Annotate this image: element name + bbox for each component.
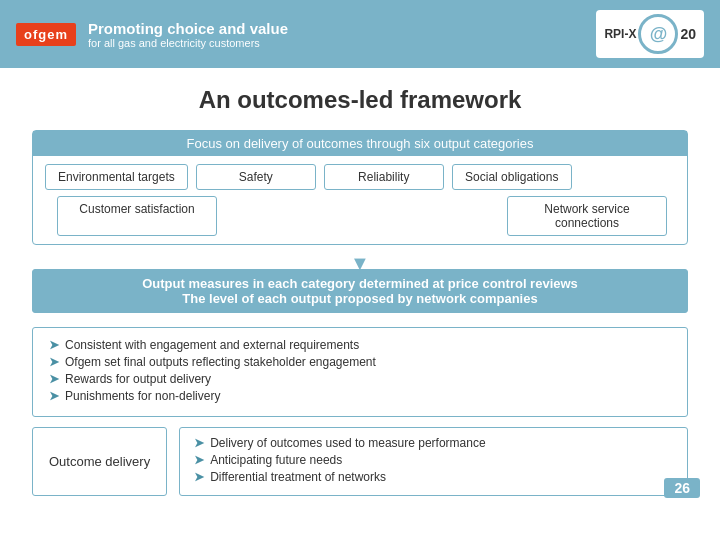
rpi-number: 20 [680, 26, 696, 42]
bullet-4: ➤ Punishments for non-delivery [49, 389, 671, 403]
bullet-2: ➤ Ofgem set final outputs reflecting sta… [49, 355, 671, 369]
bullet-3: ➤ Rewards for output delivery [49, 372, 671, 386]
focus-box: Focus on delivery of outcomes through si… [32, 130, 688, 245]
focus-categories: Environmental targets Safety Reliability… [33, 156, 687, 244]
categories-row-2: Customer satisfaction Network servicecon… [45, 196, 675, 236]
outcome-arrow-3: ➤ [194, 470, 204, 484]
category-reliability: Reliability [324, 164, 444, 190]
header-text: Promoting choice and value for all gas a… [88, 20, 288, 49]
bullet-text-1: Consistent with engagement and external … [65, 338, 359, 352]
ofgem-logo: ofgem [16, 23, 76, 46]
bullet-text-3: Rewards for output delivery [65, 372, 211, 386]
outcome-arrow-1: ➤ [194, 436, 204, 450]
page-title: An outcomes-led framework [32, 86, 688, 114]
category-safety: Safety [196, 164, 316, 190]
output-line2: The level of each output proposed by net… [45, 291, 675, 306]
rpi-symbol: @ [638, 14, 678, 54]
bullet-text-2: Ofgem set final outputs reflecting stake… [65, 355, 376, 369]
bullets-section: ➤ Consistent with engagement and externa… [32, 327, 688, 417]
outcome-delivery-bullets: ➤ Delivery of outcomes used to measure p… [179, 427, 688, 496]
sub-slogan: for all gas and electricity customers [88, 37, 288, 49]
outcome-arrow-2: ➤ [194, 453, 204, 467]
outcome-bullet-1: ➤ Delivery of outcomes used to measure p… [194, 436, 673, 450]
rpi-label: RPI-X [604, 27, 636, 41]
logo-area: ofgem Promoting choice and value for all… [16, 20, 288, 49]
bullet-arrow-1: ➤ [49, 338, 59, 352]
main-slogan: Promoting choice and value [88, 20, 288, 37]
outcome-text-2: Anticipating future needs [210, 453, 342, 467]
page-number: 26 [664, 478, 700, 498]
output-line1: Output measures in each category determi… [45, 276, 675, 291]
rpi-badge-area: RPI-X @ 20 [596, 10, 704, 58]
output-measures-box: Output measures in each category determi… [32, 269, 688, 313]
bullet-arrow-4: ➤ [49, 389, 59, 403]
outcome-bullet-3: ➤ Differential treatment of networks [194, 470, 673, 484]
categories-row-1: Environmental targets Safety Reliability… [45, 164, 675, 190]
bullet-1: ➤ Consistent with engagement and externa… [49, 338, 671, 352]
outcome-delivery-label: Outcome delivery [32, 427, 167, 496]
category-social: Social obligations [452, 164, 572, 190]
outcome-text-1: Delivery of outcomes used to measure per… [210, 436, 485, 450]
bullet-arrow-3: ➤ [49, 372, 59, 386]
bullet-text-4: Punishments for non-delivery [65, 389, 220, 403]
bullet-arrow-2: ➤ [49, 355, 59, 369]
category-customer-sat: Customer satisfaction [57, 196, 217, 236]
header: ofgem Promoting choice and value for all… [0, 0, 720, 68]
outcome-text-3: Differential treatment of networks [210, 470, 386, 484]
category-network-svc: Network serviceconnections [507, 196, 667, 236]
outcome-row: Outcome delivery ➤ Delivery of outcomes … [32, 427, 688, 496]
outcome-bullet-2: ➤ Anticipating future needs [194, 453, 673, 467]
focus-header: Focus on delivery of outcomes through si… [33, 131, 687, 156]
category-env-targets: Environmental targets [45, 164, 188, 190]
